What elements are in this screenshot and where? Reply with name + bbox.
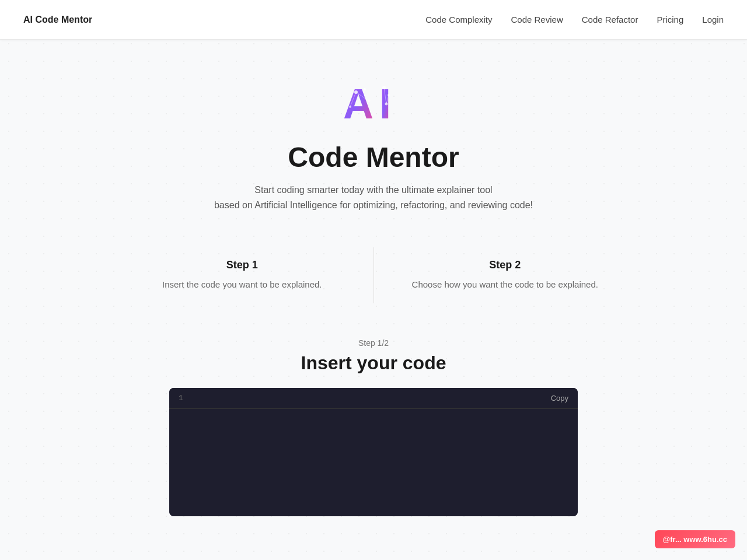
main-content: A I Code Mentor Start coding smarter tod…: [0, 40, 747, 540]
svg-point-5: [364, 88, 366, 90]
step-2-card: Step 2 Choose how you want the code to b…: [374, 247, 637, 303]
copy-button[interactable]: Copy: [551, 394, 568, 402]
step-1-desc: Insert the code you want to be explained…: [134, 278, 350, 292]
nav-code-refactor[interactable]: Code Refactor: [582, 15, 638, 24]
watermark-badge: @fr... www.6hu.cc: [655, 530, 735, 548]
insert-section: Step 1/2 Insert your code 1 Copy: [169, 338, 578, 516]
nav-login[interactable]: Login: [702, 15, 724, 24]
navbar-links: Code Complexity Code Review Code Refacto…: [425, 15, 724, 24]
step-2-title: Step 2: [397, 259, 613, 271]
watermark-text: @fr... www.6hu.cc: [663, 535, 727, 544]
hero-subtitle-line1: Start coding smarter today with the ulti…: [254, 185, 492, 195]
code-editor-body[interactable]: [169, 409, 578, 516]
step-indicator: Step 1/2: [358, 338, 389, 348]
svg-text:A: A: [343, 80, 374, 127]
hero-subtitle-line2: based on Artificial Intelligence for opt…: [214, 200, 533, 210]
code-editor: 1 Copy: [169, 388, 578, 516]
ai-logo: A I: [338, 75, 409, 127]
nav-code-complexity[interactable]: Code Complexity: [425, 15, 492, 24]
steps-container: Step 1 Insert the code you want to be ex…: [111, 247, 636, 303]
code-editor-header: 1 Copy: [169, 388, 578, 409]
nav-code-review[interactable]: Code Review: [511, 15, 563, 24]
navbar: AI Code Mentor Code Complexity Code Revi…: [0, 0, 747, 40]
navbar-brand: AI Code Mentor: [23, 15, 92, 25]
hero-subtitle: Start coding smarter today with the ulti…: [214, 183, 533, 212]
code-input[interactable]: [179, 421, 568, 502]
line-number: 1: [179, 394, 183, 402]
step-1-card: Step 1 Insert the code you want to be ex…: [111, 247, 374, 303]
step-1-title: Step 1: [134, 259, 350, 271]
step-2-desc: Choose how you want the code to be expla…: [397, 278, 613, 292]
nav-pricing[interactable]: Pricing: [657, 15, 683, 24]
insert-title: Insert your code: [301, 352, 446, 374]
hero-title: Code Mentor: [288, 141, 459, 173]
